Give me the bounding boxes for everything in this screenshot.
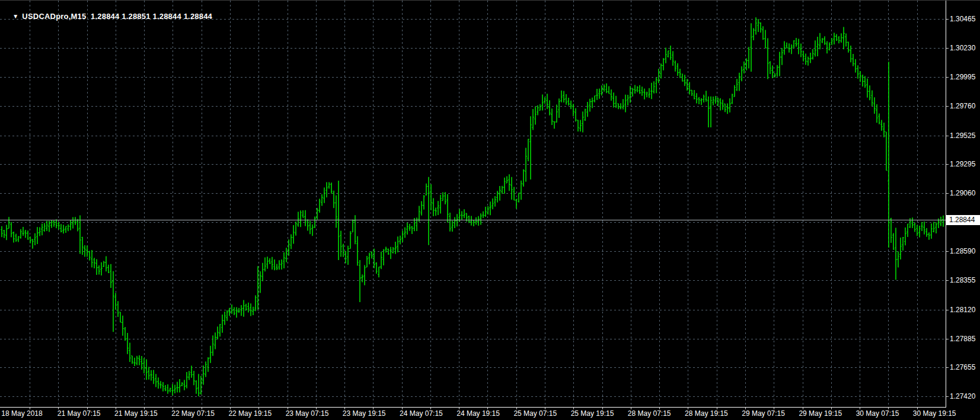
time-axis-label: 30 May 19:15 xyxy=(913,409,956,418)
time-axis-label: 24 May 07:15 xyxy=(400,409,443,418)
time-axis-label: 18 May 2018 xyxy=(1,409,42,418)
time-axis-label: 23 May 19:15 xyxy=(343,409,386,418)
price-axis-label: 1.28355 xyxy=(950,276,975,284)
price-axis-label: 1.29060 xyxy=(950,189,975,197)
time-axis-label: 28 May 19:15 xyxy=(685,409,728,418)
price-axis-label: 1.27885 xyxy=(950,335,975,343)
time-axis-label: 29 May 19:15 xyxy=(799,409,842,418)
time-axis-label: 22 May 07:15 xyxy=(171,409,215,418)
chart-symbol-label: USDCADpro,M15 xyxy=(22,12,86,21)
time-axis-label: 23 May 07:15 xyxy=(286,409,329,418)
time-axis-label: 22 May 19:15 xyxy=(228,409,272,418)
price-axis-label: 1.30465 xyxy=(950,15,975,23)
price-axis-label: 1.29295 xyxy=(950,160,975,168)
price-chart-canvas[interactable] xyxy=(0,1,980,420)
time-axis-label: 30 May 07:15 xyxy=(856,409,899,418)
price-axis-label: 1.27420 xyxy=(950,392,975,400)
time-axis-label: 21 May 19:15 xyxy=(114,409,158,418)
mt4-chart-window: ▼USDCADpro,M15 1.28844 1.28851 1.28844 1… xyxy=(0,0,980,420)
price-axis-label: 1.30230 xyxy=(950,44,975,52)
time-axis-label: 25 May 07:15 xyxy=(513,409,557,418)
price-axis-label: 1.29525 xyxy=(950,132,975,140)
quote-ohlc: 1.28844 1.28851 1.28844 1.28844 xyxy=(91,12,212,21)
price-axis-label: 1.27655 xyxy=(950,363,975,371)
price-axis-label: 1.28590 xyxy=(950,247,975,255)
time-axis-label: 29 May 07:15 xyxy=(742,409,785,418)
time-axis-label: 28 May 07:15 xyxy=(628,409,671,418)
current-price-tag: 1.28844 xyxy=(946,215,980,225)
time-axis-label: 21 May 07:15 xyxy=(58,409,101,418)
price-axis-label: 1.29760 xyxy=(950,102,975,110)
time-axis-label: 25 May 19:15 xyxy=(571,409,614,418)
chart-title: ▼USDCADpro,M15 1.28844 1.28851 1.28844 1… xyxy=(4,3,212,30)
time-axis-label: 24 May 19:15 xyxy=(457,409,500,418)
price-axis-label: 1.29995 xyxy=(950,73,975,81)
price-axis-label: 1.28120 xyxy=(950,306,975,314)
symbol-dropdown-icon: ▼ xyxy=(12,13,18,20)
